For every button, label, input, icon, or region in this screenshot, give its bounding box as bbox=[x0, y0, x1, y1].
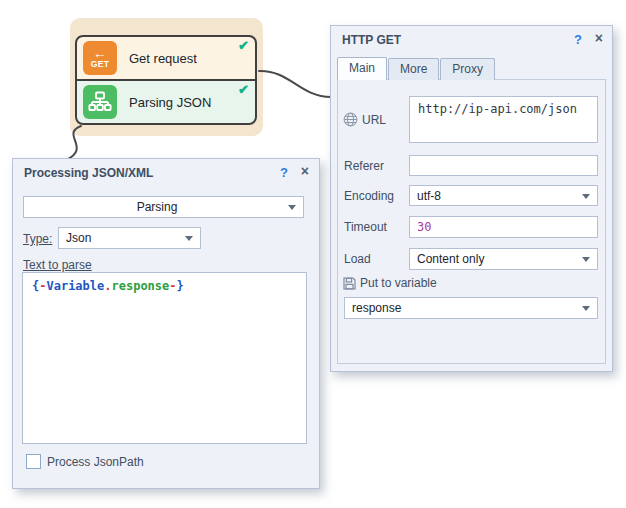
tab-more[interactable]: More bbox=[388, 58, 439, 80]
type-select[interactable]: Json bbox=[58, 227, 201, 249]
mode-select[interactable]: Parsing bbox=[23, 196, 304, 218]
get-label-glyph: GET bbox=[91, 59, 110, 69]
processing-json-xml-panel: Processing JSON/XML ? × Parsing Type: Js… bbox=[12, 158, 320, 489]
close-icon[interactable]: × bbox=[595, 31, 603, 45]
app-canvas: ← GET Get request ✔ Parsing JSON bbox=[0, 0, 626, 508]
org-tree-glyph bbox=[88, 90, 112, 114]
tab-content-main bbox=[337, 79, 606, 364]
code-token: } bbox=[177, 279, 184, 293]
tab-main[interactable]: Main bbox=[337, 57, 387, 80]
code-token: - bbox=[169, 279, 176, 293]
flow-node-stack: ← GET Get request ✔ Parsing JSON bbox=[75, 35, 257, 125]
help-icon[interactable]: ? bbox=[280, 165, 288, 180]
node-label: Parsing JSON bbox=[129, 95, 211, 110]
help-icon[interactable]: ? bbox=[574, 32, 582, 47]
process-jsonpath-checkbox[interactable] bbox=[26, 454, 41, 469]
http-get-icon: ← GET bbox=[83, 41, 117, 75]
flow-node-parsing-json[interactable]: Parsing JSON ✔ bbox=[75, 79, 257, 125]
chevron-down-icon bbox=[288, 205, 296, 210]
code-token: Variable bbox=[46, 279, 104, 293]
parse-tree-icon bbox=[83, 85, 117, 119]
success-check-icon: ✔ bbox=[238, 82, 249, 97]
text-to-parse-input[interactable]: {-Variable.response-} bbox=[22, 272, 307, 444]
type-label[interactable]: Type: bbox=[23, 232, 52, 246]
get-arrow-glyph: ← bbox=[93, 47, 107, 59]
node-label: Get request bbox=[129, 51, 197, 66]
code-token: . bbox=[104, 279, 111, 293]
chevron-down-icon bbox=[185, 236, 193, 241]
success-check-icon: ✔ bbox=[238, 38, 249, 53]
text-to-parse-label[interactable]: Text to parse bbox=[23, 258, 92, 272]
tab-bar: Main More Proxy bbox=[337, 57, 496, 80]
tab-proxy[interactable]: Proxy bbox=[440, 58, 495, 80]
panel-title: Processing JSON/XML bbox=[24, 166, 153, 180]
panel-title: HTTP GET bbox=[342, 33, 401, 47]
process-jsonpath-label: Process JsonPath bbox=[47, 455, 144, 469]
connector-to-http-panel bbox=[259, 71, 331, 97]
flow-node-get-request[interactable]: ← GET Get request ✔ bbox=[75, 35, 257, 81]
http-get-panel: HTTP GET ? × Main More Proxy URL http:/ bbox=[330, 25, 613, 372]
code-token: response bbox=[112, 279, 170, 293]
close-icon[interactable]: × bbox=[301, 164, 309, 178]
